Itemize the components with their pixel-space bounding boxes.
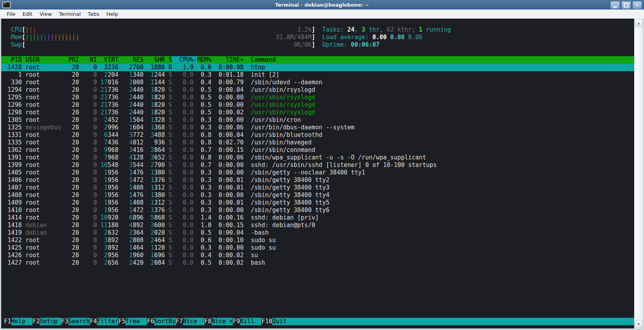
ni-cell: 0 [79, 244, 97, 251]
terminal-screen[interactable]: CPU[||| 3.2%] Tasks: 24, 3 thr, 62 kthr;… [1, 19, 634, 328]
table-row[interactable]: 1294 root 20 0 21736 2440 1820 S 0.0 0.5… [4, 86, 634, 94]
close-button[interactable]: ✕ [633, 1, 642, 9]
table-row[interactable]: 1419 debian 20 0 2632 2364 2020 S 0.0 0.… [4, 229, 634, 237]
pri-cell: 20 [61, 124, 79, 131]
table-row[interactable]: 1325 messagebus 20 0 2996 1604 1368 S 0.… [4, 124, 634, 131]
mem-number-high: 1 [118, 124, 133, 131]
maximize-button[interactable] [621, 1, 631, 9]
fbar-button-tree[interactable]: Tree [126, 318, 147, 325]
table-row[interactable]: 1409 root 20 0 1956 1408 1312 S 0.0 0.3 … [4, 199, 634, 207]
table-row[interactable]: 1414 root 20 0 10920 6896 5868 S 0.0 1.4… [4, 214, 634, 222]
titlebar[interactable]: Terminal - debian@beaglebone: ~ ✕ [0, 0, 644, 9]
text-segment [244, 131, 251, 138]
table-row[interactable]: 1422 root 20 0 3892 2808 2464 S 0.0 0.6 … [4, 237, 634, 244]
table-row[interactable]: 1426 root 20 0 2956 1960 1696 S 0.0 0.4 … [4, 252, 634, 259]
table-row[interactable]: 1296 root 20 0 21736 2440 1820 S 0.0 0.5… [4, 101, 634, 109]
mem-number-low: 476 [133, 192, 143, 199]
fbar-button-nice-[interactable]: Nice + [211, 318, 233, 325]
table-row[interactable]: 1399 root 20 0 10548 3544 2700 S 0.0 0.7… [4, 161, 634, 169]
table-row[interactable]: 1295 root 20 0 21736 2440 1820 S 0.0 0.5… [4, 94, 634, 101]
pid-cell: 1305 [4, 116, 22, 123]
menu-item-file[interactable]: File [3, 10, 19, 18]
mem-number-high: 2 [143, 259, 154, 266]
mem-number-low: 820 [154, 101, 165, 108]
fbar-button-kill[interactable]: Kill [240, 318, 261, 325]
cpu-meter: CPU[||| 3.2%] Tasks: 24, 3 thr, 62 kthr;… [4, 26, 634, 34]
mem-number-high: 1 [143, 199, 154, 206]
mem-cell: 0.7 [197, 146, 211, 154]
info-segment: thr, [365, 26, 387, 33]
table-row[interactable]: 1362 root 20 0 9968 3416 2864 S 0.0 0.7 … [4, 146, 634, 154]
mem-number-high: 1 [118, 71, 133, 78]
fbar-button-quit[interactable]: Quit [272, 318, 634, 325]
mem-cell: 0.3 [197, 176, 211, 184]
fbar-button-search[interactable]: Search [69, 318, 90, 325]
table-row[interactable]: 1305 root 20 0 2452 1504 1328 S 0.0 0.3 … [4, 116, 634, 124]
mem-number-high: 1 [143, 79, 154, 86]
text-segment [244, 192, 251, 199]
table-row[interactable]: 1427 root 20 0 2656 2420 2084 S 0.0 0.5 … [4, 259, 634, 267]
mem-number-high: 1 [118, 207, 133, 214]
time-cell: 0:00.06 [211, 124, 244, 131]
table-row[interactable]: 1298 root 20 0 21736 2440 1820 S 0.0 0.5… [4, 109, 634, 116]
table-row[interactable]: 1425 root 20 0 3892 1464 1120 S 0.0 0.3 … [4, 244, 634, 252]
scroll-down-arrow-icon[interactable]: ▼ [635, 320, 642, 328]
menu-item-tabs[interactable]: Tabs [84, 10, 103, 18]
fbar-button-filter[interactable]: Filter [97, 318, 118, 325]
table-row[interactable]: 1331 root 20 0 6344 3772 3488 S 0.0 0.8 … [4, 131, 634, 139]
menu-item-terminal[interactable]: Terminal [55, 10, 84, 18]
fbar-button-setup[interactable]: Setup [40, 318, 61, 325]
table-row[interactable]: 1418 debian 20 0 11180 4892 3600 S 0.0 1… [4, 222, 634, 229]
fkey-f8: F8 [204, 318, 211, 325]
fkey-f9: F9 [233, 318, 240, 325]
table-row[interactable]: 1406 root 20 0 1956 1472 1376 S 0.0 0.3 … [4, 176, 634, 184]
menu-item-view[interactable]: View [36, 10, 55, 18]
table-row[interactable]: 1335 root 20 0 7436 4012 936 S 0.0 0.8 0… [4, 139, 634, 146]
mem-number-high: 2 [97, 229, 108, 236]
table-row[interactable]: 1408 root 20 0 1956 1476 1380 S 0.0 0.3 … [4, 192, 634, 199]
mem-number-high: 1 [97, 184, 108, 191]
text-segment [244, 207, 251, 214]
menu-item-help[interactable]: Help [103, 10, 122, 18]
text-segment [194, 176, 197, 184]
time-cell: 0:00.00 [211, 101, 244, 108]
mem-number-low: 920 [108, 214, 118, 221]
mem-number-high: 3 [97, 244, 108, 251]
user-cell: debian [25, 222, 61, 229]
user-cell: root [25, 146, 61, 154]
pri-cell: 20 [61, 131, 79, 138]
menu-item-edit[interactable]: Edit [19, 10, 36, 18]
fbar-button-sortby[interactable]: SortBy [154, 318, 175, 325]
table-row[interactable]: 1410 root 20 0 1956 1472 1376 S 0.0 0.3 … [4, 207, 634, 214]
table-row[interactable]: 330 root 20 0 17016 2008 1144 S 0.0 0.4 … [4, 79, 634, 86]
pri-cell: 20 [61, 169, 79, 176]
table-header-row[interactable]: PID USER PRI NI VIRT RES SHR S CPU%-MEM%… [1, 56, 634, 64]
cpu-cell: 0.0 [172, 199, 193, 206]
pri-cell: 20 [61, 229, 79, 236]
pid-cell: 330 [4, 79, 22, 86]
table-row[interactable]: 1391 root 20 0 7968 4128 3652 S 0.0 0.8 … [4, 154, 634, 161]
text-segment [22, 64, 25, 71]
time-cell: 0:00.00 [211, 116, 244, 123]
fbar-button-help[interactable]: Help [11, 318, 32, 325]
fkey-f2: F2 [32, 318, 40, 325]
scroll-up-arrow-icon[interactable]: ▲ [635, 19, 642, 27]
scrollbar[interactable]: ▲ ▼ [634, 19, 643, 328]
table-row[interactable]: 1405 root 20 0 1956 1476 1380 S 0.0 0.3 … [4, 169, 634, 176]
table-row[interactable]: 1428 root 20 0 3236 2760 1888 R 1.9 0.6 … [1, 64, 634, 71]
mem-number-high: 7 [97, 139, 108, 146]
ni-cell: 0 [79, 131, 97, 138]
time-cell: 0:00.00 [211, 244, 244, 251]
user-cell: root [25, 161, 61, 169]
text-segment [315, 41, 322, 48]
text-segment [244, 252, 251, 259]
table-row[interactable]: 1 root 20 0 2204 1340 1244 S 0.0 0.3 0:0… [4, 71, 634, 79]
table-row[interactable]: 1407 root 20 0 1956 1408 1312 S 0.0 0.3 … [4, 184, 634, 192]
pid-cell: 1362 [4, 146, 22, 154]
minimize-button[interactable] [610, 1, 620, 9]
mem-number-high: 1 [118, 192, 133, 199]
mem-cell: 0.3 [197, 184, 211, 191]
mem-number-low: 012 [133, 139, 143, 146]
swp-meter-label: Swp [4, 41, 22, 48]
fbar-button-nice-[interactable]: Nice - [183, 318, 204, 325]
